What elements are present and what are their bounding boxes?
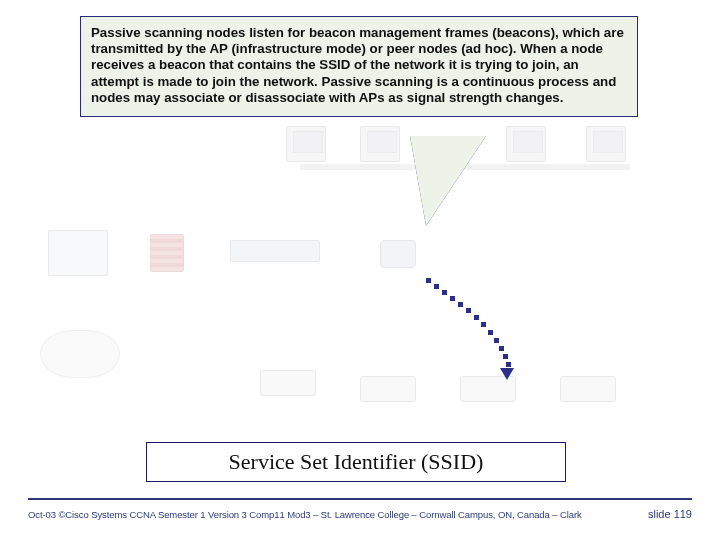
network-diagram xyxy=(40,120,680,420)
callout-text: Passive scanning nodes listen for beacon… xyxy=(91,25,627,106)
slide: Passive scanning nodes listen for beacon… xyxy=(0,0,720,540)
slide-title: Service Set Identifier (SSID) xyxy=(229,449,484,475)
callout-tail xyxy=(410,136,486,226)
title-box: Service Set Identifier (SSID) xyxy=(146,442,566,482)
callout-box: Passive scanning nodes listen for beacon… xyxy=(80,16,638,117)
footer-rule xyxy=(28,498,692,500)
footer-left: Oct-03 ©Cisco Systems CCNA Semester 1 Ve… xyxy=(28,509,582,520)
beacon-arrow xyxy=(420,278,540,388)
footer-right: slide 119 xyxy=(648,508,692,520)
footer: Oct-03 ©Cisco Systems CCNA Semester 1 Ve… xyxy=(28,508,692,520)
